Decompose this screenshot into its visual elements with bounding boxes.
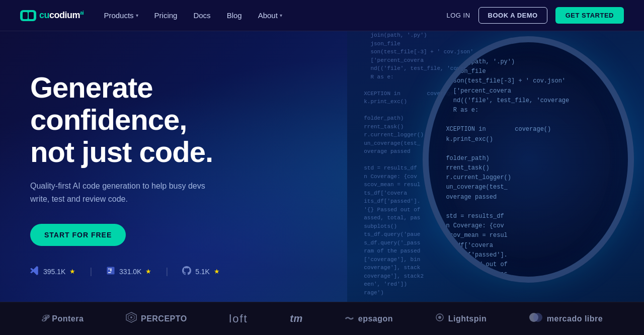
partner-mercadolibre: mercado libre bbox=[529, 313, 603, 324]
github-icon bbox=[182, 266, 191, 277]
about-chevron-icon: ▾ bbox=[280, 13, 282, 18]
jetbrains-star-icon: ★ bbox=[145, 268, 151, 275]
stat-jetbrains: 331.0K ★ bbox=[106, 266, 151, 277]
hero-title: Generate confidence, not just code. bbox=[30, 71, 282, 168]
hero-subtitle: Quality-first AI code generation to help… bbox=[30, 180, 221, 205]
hero-section: join(path, '.py') json_file son(test_fil… bbox=[0, 31, 644, 302]
code-sphere-container: join(path, '.py') json_file son(test_fil… bbox=[322, 31, 644, 302]
magnifier-code: join(path, '.py') json_file son(test_fil… bbox=[429, 42, 628, 283]
nav-products[interactable]: Products ▾ bbox=[104, 11, 138, 20]
github-star-icon: ★ bbox=[214, 268, 220, 275]
logo[interactable]: cucodiumai bbox=[20, 10, 84, 21]
partner-lightspin: Lightspin bbox=[435, 313, 487, 324]
magnifier-glass: join(path, '.py') json_file son(test_fil… bbox=[423, 36, 634, 283]
partner-loft: loft bbox=[229, 312, 248, 325]
start-free-button[interactable]: START FOR FREE bbox=[30, 224, 126, 246]
book-demo-button[interactable]: BOOK A DEMO bbox=[478, 7, 547, 24]
nav-blog[interactable]: Blog bbox=[227, 11, 242, 20]
partner-tm: tm bbox=[290, 313, 302, 324]
stats-row: 395.1K ★ | 331.0K ★ | bbox=[30, 266, 282, 277]
svg-rect-0 bbox=[23, 12, 28, 19]
stat-divider-2: | bbox=[166, 266, 168, 277]
stat-divider-1: | bbox=[90, 266, 92, 277]
nav-about[interactable]: About ▾ bbox=[258, 11, 282, 20]
svg-rect-1 bbox=[29, 12, 34, 19]
vscode-star-icon: ★ bbox=[69, 268, 75, 275]
get-started-button[interactable]: GET STARTED bbox=[555, 7, 624, 24]
products-chevron-icon: ▾ bbox=[136, 13, 138, 18]
svg-point-11 bbox=[533, 313, 542, 322]
partner-percepto: PERCEPTO bbox=[126, 312, 187, 325]
jetbrains-icon bbox=[106, 266, 115, 277]
navbar: cucodiumai Products ▾ Pricing Docs Blog … bbox=[0, 0, 644, 31]
svg-rect-4 bbox=[108, 272, 111, 273]
logo-text: cucodiumai bbox=[39, 10, 84, 21]
partners-bar: 𝒫 Pontera PERCEPTO loft tm 〜 epsagon Lig… bbox=[0, 302, 644, 335]
vscode-icon bbox=[30, 266, 39, 277]
nav-actions: LOG IN BOOK A DEMO GET STARTED bbox=[447, 7, 624, 24]
svg-point-7 bbox=[130, 316, 132, 318]
partner-epsagon: 〜 epsagon bbox=[345, 313, 393, 325]
nav-docs[interactable]: Docs bbox=[193, 11, 210, 20]
stat-vscode: 395.1K ★ bbox=[30, 266, 75, 277]
login-button[interactable]: LOG IN bbox=[447, 12, 470, 19]
nav-pricing[interactable]: Pricing bbox=[154, 11, 178, 20]
partner-pontera: 𝒫 Pontera bbox=[41, 313, 84, 324]
hero-content: Generate confidence, not just code. Qual… bbox=[0, 31, 282, 277]
logo-icon bbox=[20, 10, 36, 21]
nav-links: Products ▾ Pricing Docs Blog About ▾ bbox=[104, 11, 446, 20]
stat-github: 5.1K ★ bbox=[182, 266, 220, 277]
svg-point-9 bbox=[438, 316, 441, 319]
